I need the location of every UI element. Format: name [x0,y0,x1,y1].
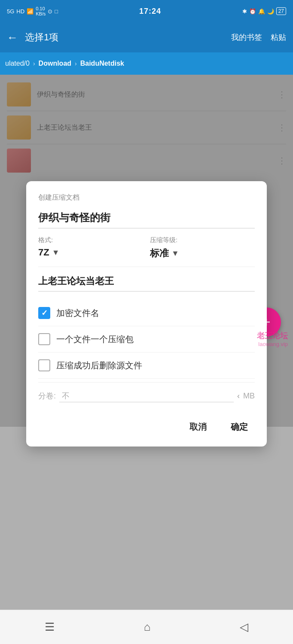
format-divider [38,267,255,267]
status-left: 5G HD 📶 0.10KB/s ⊙ □ [7,6,58,16]
dialog-buttons: 取消 确定 [38,414,255,436]
dialog-title: 创建压缩文档 [38,193,255,202]
watermark-line2: laowang.vip [257,341,288,347]
format-level-row: 格式: 7Z ▼ 压缩等级: 标准 ▼ [38,236,255,260]
split-chevron-icon[interactable]: ‹ [237,392,240,401]
one-file-label: 一个文件一个压缩包 [56,334,134,345]
level-select[interactable]: 标准 ▼ [150,247,255,260]
one-file-checkbox[interactable] [38,333,50,345]
file-list-background: 伊织与奇怪的街 ⋮ 上老王论坛当老王 ⋮ ⋮ + 创建压缩文档 格式: 7Z ▼ [0,75,293,427]
level-value: 标准 [150,247,169,260]
delete-source-label: 压缩成功后删除源文件 [56,360,142,371]
status-right: ✱ ⏰ 🔔 🌙 27 [242,7,286,15]
delete-source-row: 压缩成功后删除源文件 [38,352,255,379]
back-button[interactable]: ← [7,31,18,44]
split-row: 分卷: ‹ MB [38,382,255,406]
cancel-button[interactable]: 取消 [183,418,214,436]
status-time: 17:24 [139,7,161,16]
bluetooth-icon: ✱ [242,8,247,15]
encrypt-filename-label: 加密文件名 [56,307,99,319]
moon-icon: 🌙 [267,8,274,15]
speed-text: 0.10KB/s [36,6,46,16]
nav-actions: 我的书签 粘贴 [231,32,286,43]
watermark: 老王论坛 laowang.vip [257,331,288,347]
format-value: 7Z [38,247,49,258]
breadcrumb-part3[interactable]: BaiduNetdisk [80,60,124,67]
bookmark-button[interactable]: 我的书签 [231,32,262,43]
split-label: 分卷: [38,391,56,401]
create-archive-dialog: 创建压缩文档 格式: 7Z ▼ 压缩等级: 标准 ▼ [26,181,267,447]
breadcrumb-part2[interactable]: Download [39,60,71,67]
breadcrumb: ulated/0 › Download › BaiduNetdisk [0,52,293,75]
battery-text: 27 [276,7,286,15]
level-group: 压缩等级: 标准 ▼ [150,236,255,260]
breadcrumb-chevron1: › [33,60,35,67]
breadcrumb-part1[interactable]: ulated/0 [5,60,30,67]
back-nav-icon: ◁ [240,620,248,634]
delete-source-checkbox[interactable] [38,359,50,371]
menu-icon: ☰ [45,620,55,634]
format-arrow-icon: ▼ [52,248,60,257]
nav-menu-button[interactable]: ☰ [34,617,65,637]
password-input[interactable] [38,274,255,292]
mute-icon: 🔔 [258,8,265,15]
level-label: 压缩等级: [150,236,255,244]
status-bar: 5G HD 📶 0.10KB/s ⊙ □ 17:24 ✱ ⏰ 🔔 🌙 27 [0,0,293,22]
format-select[interactable]: 7Z ▼ [38,247,143,258]
confirm-button[interactable]: 确定 [224,418,255,436]
alert-icon: □ [55,8,58,15]
filename-input[interactable] [38,210,255,228]
format-label: 格式: [38,236,143,244]
encrypt-filename-row: 加密文件名 [38,300,255,326]
signal-icon: 5G [7,8,14,15]
bottom-nav: ☰ ⌂ ◁ [0,610,293,644]
breadcrumb-chevron2: › [75,60,77,67]
nav-bar: ← 选择1项 我的书签 粘贴 [0,22,293,52]
split-input[interactable] [59,389,234,402]
nav-back-button[interactable]: ◁ [229,617,259,637]
one-file-row: 一个文件一个压缩包 [38,326,255,352]
format-group: 格式: 7Z ▼ [38,236,143,260]
alarm-icon: ⏰ [249,8,256,15]
encrypt-filename-checkbox[interactable] [38,307,50,319]
split-unit: MB [243,392,255,401]
nav-title: 选择1项 [25,31,231,44]
cast-icon: ⊙ [48,8,52,15]
level-arrow-icon: ▼ [171,249,179,258]
wifi-icon: 📶 [27,8,34,15]
nav-home-button[interactable]: ⌂ [134,617,161,637]
home-icon: ⌂ [144,620,151,634]
hd-badge: HD [16,8,24,15]
watermark-line1: 老王论坛 [257,331,288,341]
paste-button[interactable]: 粘贴 [271,32,286,43]
